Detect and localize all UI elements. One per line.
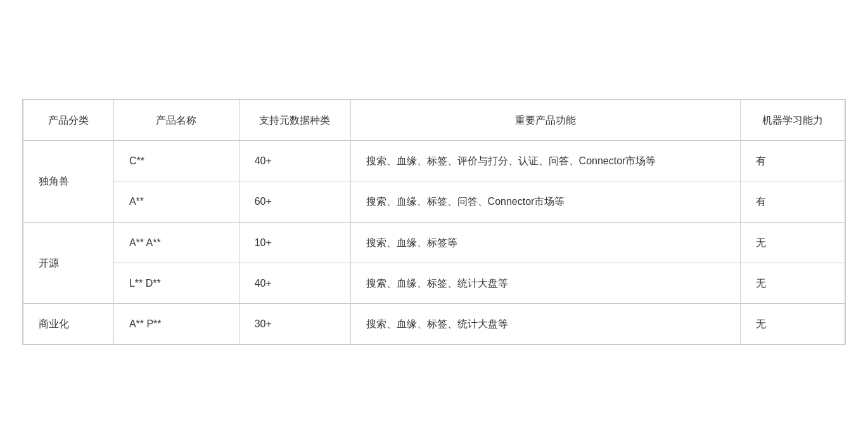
metadata-cell: 60+	[239, 181, 350, 222]
product-name-cell: A**	[113, 181, 239, 222]
metadata-cell: 10+	[239, 222, 350, 263]
table-row: 独角兽C**40+搜索、血缘、标签、评价与打分、认证、问答、Connector市…	[23, 141, 845, 181]
metadata-cell: 40+	[239, 141, 350, 181]
ml-capability-cell: 无	[741, 303, 845, 344]
product-name-cell: A** P**	[113, 303, 239, 344]
product-name-cell: L** D**	[113, 263, 239, 303]
features-cell: 搜索、血缘、标签、统计大盘等	[350, 303, 741, 344]
metadata-cell: 30+	[239, 303, 350, 344]
table-header-row: 产品分类 产品名称 支持元数据种类 重要产品功能 机器学习能力	[23, 100, 845, 140]
ml-capability-cell: 有	[741, 181, 845, 222]
ml-capability-cell: 无	[741, 222, 845, 263]
product-name-cell: C**	[113, 141, 239, 181]
ml-capability-cell: 无	[741, 263, 845, 303]
comparison-table: 产品分类 产品名称 支持元数据种类 重要产品功能 机器学习能力 独角兽C**40…	[22, 99, 846, 345]
header-features: 重要产品功能	[350, 100, 741, 140]
header-name: 产品名称	[113, 100, 239, 140]
header-category: 产品分类	[23, 100, 114, 140]
product-name-cell: A** A**	[113, 222, 239, 263]
features-cell: 搜索、血缘、标签、评价与打分、认证、问答、Connector市场等	[350, 141, 741, 181]
category-cell: 商业化	[23, 303, 114, 344]
table-row: 商业化A** P**30+搜索、血缘、标签、统计大盘等无	[23, 303, 845, 344]
metadata-cell: 40+	[239, 263, 350, 303]
table-row: L** D**40+搜索、血缘、标签、统计大盘等无	[23, 263, 845, 303]
features-cell: 搜索、血缘、标签、统计大盘等	[350, 263, 741, 303]
features-cell: 搜索、血缘、标签等	[350, 222, 741, 263]
header-metadata: 支持元数据种类	[239, 100, 350, 140]
features-cell: 搜索、血缘、标签、问答、Connector市场等	[350, 181, 741, 222]
category-cell: 开源	[23, 222, 114, 303]
table-row: A**60+搜索、血缘、标签、问答、Connector市场等有	[23, 181, 845, 222]
table-row: 开源A** A**10+搜索、血缘、标签等无	[23, 222, 845, 263]
header-ml: 机器学习能力	[741, 100, 845, 140]
category-cell: 独角兽	[23, 141, 114, 222]
ml-capability-cell: 有	[741, 141, 845, 181]
